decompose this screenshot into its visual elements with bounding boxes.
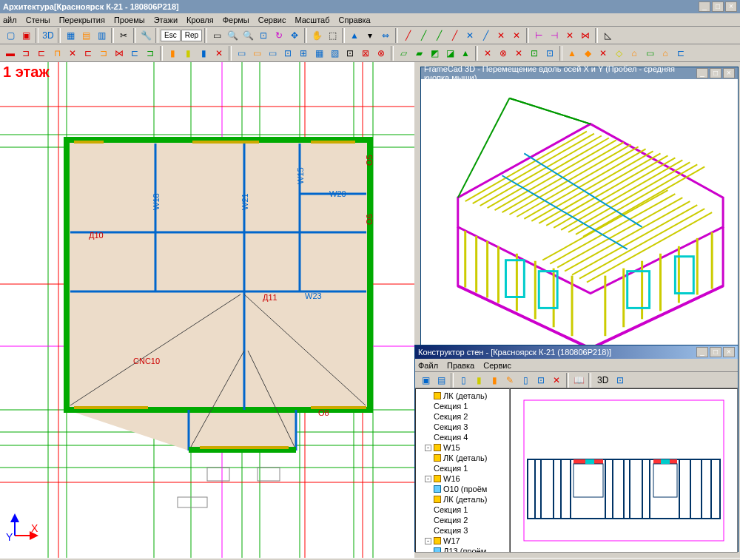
wall-tb3-icon[interactable]: ▯	[456, 373, 471, 388]
roof5-icon[interactable]: ▲	[458, 46, 473, 61]
cross3-icon[interactable]: ✕	[509, 28, 524, 43]
wall-tb6-icon[interactable]: ▯	[518, 373, 533, 388]
win3d-close-icon[interactable]: ×	[723, 68, 735, 78]
wrench-icon[interactable]: 🔧	[138, 28, 153, 43]
zoom-in-icon[interactable]: 🔍	[225, 28, 240, 43]
tree-node[interactable]: Секция 4	[434, 432, 508, 442]
menu-file[interactable]: айл	[3, 16, 17, 24]
plan-view[interactable]: 1 этаж	[0, 62, 414, 558]
menu-roof[interactable]: Кровля	[186, 16, 214, 24]
del3-icon[interactable]: ✕	[511, 46, 526, 61]
del2-icon[interactable]: ⊗	[496, 46, 511, 61]
wall-close-icon[interactable]: ×	[723, 347, 735, 357]
floor7-icon[interactable]: ▧	[327, 46, 342, 61]
wall-menu-file[interactable]: Файл	[418, 361, 438, 370]
wall-tb2-icon[interactable]: ▤	[434, 373, 448, 388]
view1-icon[interactable]: ▦	[63, 28, 78, 43]
menu-trusses[interactable]: Фермы	[223, 16, 249, 24]
roof2-icon[interactable]: ▰	[411, 46, 426, 61]
roof1-icon[interactable]: ▱	[396, 46, 411, 61]
wall3-icon[interactable]: ⊏	[34, 46, 49, 61]
menu-walls[interactable]: Стены	[26, 16, 50, 24]
tree-node[interactable]: ЛК (деталь)	[434, 453, 508, 463]
refresh-icon[interactable]: ↻	[272, 28, 286, 43]
canvas-3d[interactable]	[421, 79, 738, 351]
save-icon[interactable]: ▣	[18, 28, 33, 43]
tree-node[interactable]: -W17	[425, 536, 508, 546]
menu-help[interactable]: Справка	[339, 16, 371, 24]
maximize-icon[interactable]: □	[712, 1, 724, 12]
menu-floors[interactable]: Перекрытия	[59, 16, 105, 24]
cut-icon[interactable]: ✂	[116, 28, 131, 43]
wall-tb8-icon[interactable]: ⊡	[613, 373, 628, 388]
win3d-max-icon[interactable]: □	[710, 68, 722, 78]
wall9-icon[interactable]: ⊐	[143, 46, 158, 61]
t6-icon[interactable]: ⊏	[673, 46, 688, 61]
line4-icon[interactable]: ╱	[447, 28, 462, 43]
tree-node[interactable]: Секция 3	[434, 422, 508, 432]
tree-node[interactable]: Секция 2	[434, 515, 508, 525]
new-icon[interactable]: ▢	[3, 28, 18, 43]
tree-node[interactable]: ЛК (деталь)	[434, 391, 508, 401]
win3d-titlebar[interactable]: FrameCad 3D - Перемещение вдоль осей X и…	[421, 67, 738, 79]
cross2-icon[interactable]: ✕	[494, 28, 508, 43]
group-icon[interactable]: ⬚	[325, 28, 340, 43]
home2-icon[interactable]: ⌂	[658, 46, 673, 61]
close-icon[interactable]: ×	[725, 1, 737, 12]
line3-icon[interactable]: ╱	[431, 28, 446, 43]
studx-icon[interactable]: ✕	[212, 46, 226, 61]
wall-pencil-icon[interactable]: ✎	[502, 373, 517, 388]
wall-3d-button[interactable]: 3D	[593, 373, 612, 388]
menu-service[interactable]: Сервис	[258, 16, 286, 24]
minimize-icon[interactable]: _	[699, 1, 710, 12]
t2-icon[interactable]: ◆	[580, 46, 595, 61]
floorx2-icon[interactable]: ⊗	[374, 46, 388, 61]
floor3-icon[interactable]: ▭	[265, 46, 280, 61]
floor6-icon[interactable]: ▦	[312, 46, 326, 61]
tree-node[interactable]: Секция 2	[434, 411, 508, 422]
wall4-icon[interactable]: ⊓	[50, 46, 64, 61]
tree-node[interactable]: Секция 3	[434, 525, 508, 536]
wall-tb1-icon[interactable]: ▣	[418, 373, 433, 388]
expand-icon[interactable]: ⇔	[378, 28, 393, 43]
wall-tree[interactable]: ЛК (деталь)Секция 1Секция 2Секция 3Секци…	[415, 388, 510, 553]
view2-icon[interactable]: ▤	[78, 28, 93, 43]
del5-icon[interactable]: ⊡	[542, 46, 557, 61]
home-icon[interactable]: ⌂	[627, 46, 642, 61]
line2-icon[interactable]: ╱	[416, 28, 431, 43]
stud1-icon[interactable]: ▮	[165, 46, 180, 61]
wall-max-icon[interactable]: □	[710, 347, 722, 357]
stud2-icon[interactable]: ▮	[181, 46, 195, 61]
wall-menu-edit[interactable]: Правка	[447, 361, 474, 370]
rep-button[interactable]: Rep	[181, 30, 202, 41]
floor2-icon[interactable]: ▭	[249, 46, 264, 61]
t5-icon[interactable]: ▭	[642, 46, 657, 61]
guide1-icon[interactable]: ⊢	[531, 28, 546, 43]
rect-icon[interactable]: ▭	[209, 28, 224, 43]
expand-icon[interactable]: -	[425, 445, 431, 451]
wall6-icon[interactable]: ⊐	[96, 46, 111, 61]
wall-tbx-icon[interactable]: ✕	[549, 373, 564, 388]
wall2-icon[interactable]: ⊐	[18, 46, 33, 61]
wall-tb5-icon[interactable]: ▮	[487, 373, 502, 388]
tree-node[interactable]: Секция 1	[434, 505, 508, 515]
line1-icon[interactable]: ╱	[400, 28, 415, 43]
tree-node[interactable]: -W16	[425, 473, 508, 484]
guidex2-icon[interactable]: ⋈	[578, 28, 593, 43]
tree-node[interactable]: ЛК (деталь)	[434, 494, 508, 505]
tree-node[interactable]: -W15	[425, 442, 508, 453]
menu-scale[interactable]: Масштаб	[295, 16, 329, 24]
floor5-icon[interactable]: ⊞	[296, 46, 311, 61]
hand-icon[interactable]: ✋	[309, 28, 324, 43]
floorx-icon[interactable]: ⊠	[358, 46, 373, 61]
wallx-icon[interactable]: ✕	[65, 46, 80, 61]
del4-icon[interactable]: ⊡	[527, 46, 542, 61]
wall-tb4-icon[interactable]: ▮	[471, 373, 486, 388]
t3-icon[interactable]: ✕	[596, 46, 610, 61]
menu-levels[interactable]: Этажи	[154, 16, 178, 24]
wall-menu-service[interactable]: Сервис	[483, 361, 511, 370]
plan-canvas[interactable]: W15 W18 W20 W21 W23 CNC10 О5 О6 О8 Д10 Д…	[0, 62, 414, 558]
menu-openings[interactable]: Проемы	[114, 16, 145, 24]
3d-icon[interactable]: 3D	[41, 28, 56, 43]
zoom-out-icon[interactable]: 🔍	[240, 28, 255, 43]
